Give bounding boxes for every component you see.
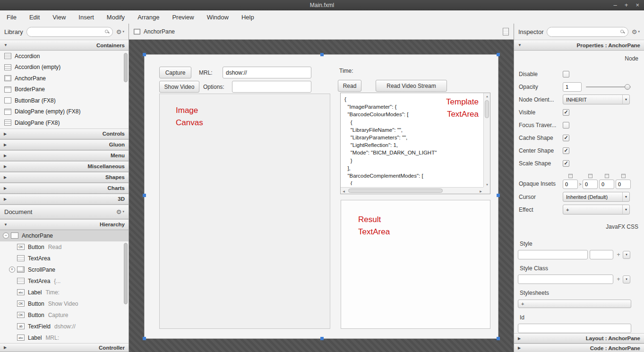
breadcrumb[interactable]: AnchorPane bbox=[144, 28, 175, 35]
inset-bottom-field[interactable] bbox=[599, 180, 614, 189]
node-orientation-dropdown[interactable]: INHERIT ▾ bbox=[563, 94, 630, 104]
tree-item-scrollpane[interactable]: + ScrollPane bbox=[0, 264, 129, 275]
resize-handle-sw[interactable] bbox=[143, 337, 146, 340]
inset-left-field[interactable] bbox=[616, 180, 631, 189]
section-controller[interactable]: ▶ Controller bbox=[0, 343, 129, 352]
focus-traversable-checkbox[interactable] bbox=[563, 122, 569, 129]
tree-item-label-mrl[interactable]: Label MRL: bbox=[0, 332, 129, 343]
style-class-menu-button[interactable]: ▾ bbox=[623, 275, 630, 283]
template-textarea[interactable]: { "ImageParameter": { "BarcodeColourMode… bbox=[340, 93, 490, 194]
inset-top-field[interactable] bbox=[563, 180, 578, 189]
scroll-left-icon[interactable]: ◀ bbox=[341, 188, 347, 194]
tree-item-textfield[interactable]: TextField dshow:// bbox=[0, 321, 129, 332]
add-style-class-icon[interactable]: + bbox=[615, 276, 622, 283]
result-textarea[interactable]: Result TextArea bbox=[341, 200, 490, 329]
library-search-input[interactable] bbox=[27, 27, 112, 36]
library-item-borderpane[interactable]: BorderPane bbox=[0, 84, 129, 95]
resize-handle-s[interactable] bbox=[320, 337, 324, 340]
inspector-menu-button[interactable]: ⚙ ▾ bbox=[632, 28, 640, 35]
document-menu-button[interactable]: ⚙ ▾ bbox=[116, 208, 124, 215]
tree-item-textarea[interactable]: TextArea bbox=[0, 253, 129, 264]
menu-edit[interactable]: Edit bbox=[29, 14, 40, 21]
menu-modify[interactable]: Modify bbox=[107, 14, 125, 21]
vertical-scrollbar[interactable]: ▲ ▼ bbox=[483, 93, 490, 188]
read-button[interactable]: Read bbox=[338, 80, 361, 92]
section-menu[interactable]: ▶ Menu bbox=[0, 150, 129, 161]
hierarchy-scrollbar[interactable] bbox=[124, 232, 128, 342]
minimize-icon[interactable]: – bbox=[614, 0, 617, 10]
anchorpane-surface[interactable]: Capture MRL: Show Video Options: Time: R… bbox=[144, 54, 498, 339]
section-gluon[interactable]: ▶ Gluon bbox=[0, 139, 129, 150]
style-value-field[interactable] bbox=[590, 250, 613, 259]
scrollbar-thumb[interactable] bbox=[348, 189, 443, 193]
style-menu-button[interactable]: ▾ bbox=[623, 251, 630, 259]
menu-help[interactable]: Help bbox=[241, 14, 254, 21]
cache-shape-checkbox[interactable] bbox=[563, 135, 569, 141]
maximize-icon[interactable]: + bbox=[625, 0, 628, 10]
style-field[interactable] bbox=[518, 250, 588, 259]
show-video-button[interactable]: Show Video bbox=[159, 81, 199, 93]
mrl-field[interactable] bbox=[223, 67, 311, 78]
center-shape-checkbox[interactable] bbox=[563, 147, 569, 154]
document-page-icon[interactable] bbox=[503, 28, 509, 35]
menu-window[interactable]: Window bbox=[207, 14, 229, 21]
expand-node-icon[interactable]: + bbox=[9, 266, 15, 273]
library-scrollbar[interactable] bbox=[124, 52, 128, 127]
section-properties[interactable]: ▼ Properties : AnchorPane bbox=[514, 40, 644, 51]
tree-item-anchorpane[interactable]: − AnchorPane bbox=[0, 230, 129, 241]
resize-handle-n[interactable] bbox=[320, 53, 324, 56]
id-field[interactable] bbox=[518, 324, 631, 333]
cursor-dropdown[interactable]: Inherited (Default) ▾ bbox=[563, 192, 630, 202]
resize-handle-w[interactable] bbox=[143, 194, 146, 197]
effect-dropdown[interactable]: + ▾ bbox=[563, 205, 630, 215]
library-menu-button[interactable]: ⚙ ▾ bbox=[116, 28, 124, 35]
scrollbar-thumb[interactable] bbox=[485, 100, 489, 118]
library-item-buttonbar[interactable]: ButtonBar (FX8) bbox=[0, 95, 129, 106]
menu-file[interactable]: File bbox=[7, 14, 17, 21]
scale-shape-checkbox[interactable] bbox=[563, 160, 569, 167]
scroll-up-icon[interactable]: ▲ bbox=[484, 93, 490, 99]
menu-view[interactable]: View bbox=[52, 14, 66, 21]
section-shapes[interactable]: ▶ Shapes bbox=[0, 172, 129, 183]
tree-item-button-read[interactable]: Button Read bbox=[0, 241, 129, 253]
section-containers[interactable]: ▼ Containers bbox=[0, 40, 129, 51]
read-video-stream-button[interactable]: Read Video Stream bbox=[376, 80, 447, 92]
section-controls[interactable]: ▶ Controls bbox=[0, 129, 129, 139]
section-layout[interactable]: ▶ Layout : AnchorPane bbox=[514, 333, 644, 343]
disable-checkbox[interactable] bbox=[563, 71, 569, 77]
resize-handle-nw[interactable] bbox=[143, 53, 146, 56]
section-charts[interactable]: ▶ Charts bbox=[0, 183, 129, 194]
inset-right-field[interactable] bbox=[583, 180, 598, 189]
window-titlebar[interactable]: Main.fxml – + × bbox=[0, 0, 644, 10]
tree-item-button-capture[interactable]: Button Capture bbox=[0, 309, 129, 321]
resize-handle-e[interactable] bbox=[497, 194, 500, 197]
tree-item-label-time[interactable]: Label Time: bbox=[0, 287, 129, 298]
library-item-accordion[interactable]: Accordion bbox=[0, 51, 129, 62]
image-canvas[interactable]: Image Canvas bbox=[159, 94, 330, 329]
library-item-anchorpane[interactable]: AnchorPane bbox=[0, 73, 129, 84]
add-stylesheet-button[interactable]: + bbox=[518, 300, 631, 308]
library-item-dialogpane-empty[interactable]: DialogPane (empty) (FX8) bbox=[0, 106, 129, 118]
inset-link-icon[interactable] bbox=[588, 174, 592, 178]
library-item-dialogpane[interactable]: DialogPane (FX8) bbox=[0, 117, 129, 129]
scrollbar-thumb[interactable] bbox=[124, 243, 128, 304]
add-style-icon[interactable]: + bbox=[615, 251, 622, 258]
horizontal-scrollbar[interactable]: ◀ ▶ bbox=[341, 187, 484, 194]
close-icon[interactable]: × bbox=[635, 0, 639, 10]
menu-preview[interactable]: Preview bbox=[172, 14, 194, 21]
design-canvas[interactable]: Capture MRL: Show Video Options: Time: R… bbox=[129, 40, 514, 352]
capture-button[interactable]: Capture bbox=[159, 67, 191, 78]
inset-link-icon[interactable] bbox=[568, 174, 573, 178]
inset-link-icon[interactable] bbox=[621, 174, 626, 178]
inset-link-icon[interactable] bbox=[605, 174, 609, 178]
tree-item-textarea-2[interactable]: TextArea {... bbox=[0, 275, 129, 287]
tree-item-button-show-video[interactable]: Button Show Video bbox=[0, 298, 129, 309]
menu-arrange[interactable]: Arrange bbox=[137, 14, 159, 21]
section-miscellaneous[interactable]: ▶ Miscellaneous bbox=[0, 161, 129, 172]
opacity-slider[interactable] bbox=[586, 82, 631, 92]
library-item-accordion-empty[interactable]: Accordion (empty) bbox=[0, 62, 129, 73]
options-field[interactable] bbox=[232, 81, 311, 93]
section-code[interactable]: ▶ Code : AnchorPane bbox=[514, 343, 644, 352]
collapse-node-icon[interactable]: − bbox=[3, 232, 9, 239]
slider-knob[interactable] bbox=[625, 84, 630, 90]
